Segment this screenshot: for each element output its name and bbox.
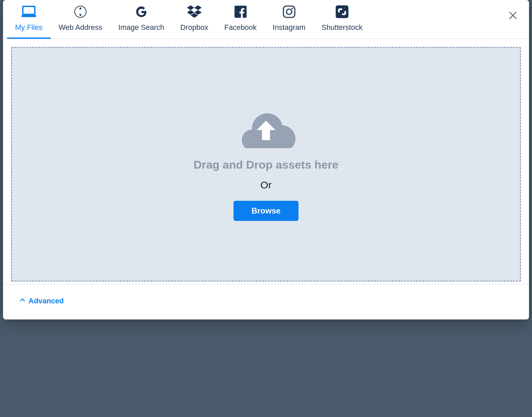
advanced-toggle[interactable]: Advanced: [19, 297, 64, 305]
instagram-icon: [283, 5, 295, 18]
tab-facebook[interactable]: Facebook: [216, 0, 265, 39]
tab-shutterstock[interactable]: Shutterstock: [314, 0, 371, 39]
dropzone-or: Or: [260, 179, 271, 191]
tab-image-search[interactable]: Image Search: [110, 0, 172, 39]
facebook-icon: [235, 5, 247, 18]
dropzone-container: Drag and Drop assets here Or Browse: [3, 39, 529, 284]
tab-label: Dropbox: [180, 23, 208, 32]
source-tabs: My Files Web Address Image Search Dropbo…: [3, 0, 529, 39]
dropzone-instruction: Drag and Drop assets here: [194, 158, 339, 171]
google-g-icon: [135, 5, 147, 18]
laptop-icon: [21, 5, 37, 18]
close-button[interactable]: [506, 9, 520, 23]
tab-dropbox[interactable]: Dropbox: [172, 0, 216, 39]
browse-button[interactable]: Browse: [234, 201, 299, 221]
shutterstock-icon: [336, 5, 348, 18]
tab-web-address[interactable]: Web Address: [51, 0, 110, 39]
upload-modal: My Files Web Address Image Search Dropbo…: [3, 0, 529, 319]
tab-label: Web Address: [59, 23, 102, 32]
close-icon: [508, 11, 518, 21]
tab-instagram[interactable]: Instagram: [265, 0, 314, 39]
cloud-upload-icon: [236, 108, 296, 148]
tab-label: Instagram: [273, 23, 306, 32]
dropbox-icon: [187, 5, 202, 18]
svg-rect-6: [336, 5, 348, 18]
tab-label: My Files: [15, 23, 43, 32]
tab-my-files[interactable]: My Files: [7, 0, 51, 39]
tab-label: Shutterstock: [322, 23, 362, 32]
svg-point-4: [286, 9, 292, 14]
svg-point-5: [291, 8, 293, 9]
modal-footer: Advanced: [3, 284, 529, 319]
tab-label: Image Search: [118, 23, 164, 32]
advanced-label: Advanced: [28, 297, 64, 305]
globe-icon: [74, 5, 87, 18]
dropzone[interactable]: Drag and Drop assets here Or Browse: [11, 47, 521, 282]
svg-rect-0: [21, 15, 36, 17]
chevron-up-icon: [19, 297, 26, 305]
svg-rect-3: [283, 6, 295, 17]
tab-label: Facebook: [224, 23, 257, 32]
